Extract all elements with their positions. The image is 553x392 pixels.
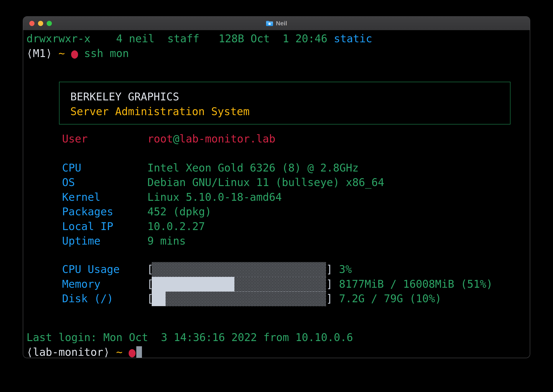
- bar-label: Disk (/): [62, 291, 113, 306]
- traffic-lights: [29, 17, 52, 30]
- prompt-status-dot: ●: [71, 44, 78, 63]
- info-value: Linux 5.10.0-18-amd64: [147, 190, 282, 205]
- info-label: OS: [62, 175, 75, 190]
- close-button[interactable]: [29, 21, 35, 26]
- prompt-status-dot: ●: [129, 343, 136, 358]
- prompt-tilde: ~: [59, 46, 65, 61]
- prompt-tilde: ~: [116, 345, 123, 358]
- banner-title: BERKELEY GRAPHICS: [70, 90, 510, 104]
- ls-directory-name: static: [334, 31, 372, 46]
- info-label: Local IP: [62, 219, 113, 234]
- bar-value: 8177MiB / 16008MiB (51%): [339, 277, 493, 292]
- bar-row-disk: Disk (/) [ ] 7.2G / 79G (10%): [23, 291, 530, 306]
- info-label: Kernel: [62, 190, 101, 205]
- banner-box: BERKELEY GRAPHICS Server Administration …: [59, 82, 510, 125]
- prompt-line-m1: ⟨M1⟩ ~ ● ssh mon: [27, 46, 129, 61]
- terminal-window: Neil drwxrwxr-x 4 neil staff 128B Oct 1 …: [23, 16, 530, 358]
- terminal-body[interactable]: drwxrwxr-x 4 neil staff 128B Oct 1 20:46…: [23, 30, 530, 358]
- bar-bracket-close: ]: [326, 262, 333, 277]
- user-row: User root@lab-monitor.lab: [23, 132, 530, 146]
- bar-bracket-close: ]: [326, 291, 333, 306]
- info-value: 9 mins: [147, 234, 186, 248]
- user-value: root@lab-monitor.lab: [147, 132, 275, 146]
- prompt-host: ⟨lab-monitor⟩: [27, 345, 110, 358]
- bar-value: 7.2G / 79G (10%): [339, 291, 441, 306]
- info-row-local-ip: Local IP 10.0.2.27: [23, 219, 530, 234]
- info-label: Uptime: [62, 234, 101, 248]
- window-titlebar[interactable]: Neil: [23, 17, 530, 30]
- prompt-line-lab-monitor: ⟨lab-monitor⟩ ~ ●: [27, 345, 142, 358]
- info-label: Packages: [62, 204, 113, 219]
- cpu-usage-bar: [152, 262, 326, 277]
- disk-bar: [152, 291, 326, 306]
- info-row-os: OS Debian GNU/Linux 11 (bullseye) x86_64: [23, 175, 530, 190]
- zoom-button[interactable]: [47, 21, 52, 26]
- info-row-uptime: Uptime 9 mins: [23, 234, 530, 248]
- bar-label: CPU Usage: [62, 262, 120, 277]
- bar-row-memory: Memory [ ] 8177MiB / 16008MiB (51%): [23, 277, 530, 292]
- info-value: 452 (dpkg): [147, 204, 211, 219]
- ls-output-line: drwxrwxr-x 4 neil staff 128B Oct 1 20:46…: [27, 31, 372, 46]
- bar-row-cpu-usage: CPU Usage [ ] 3%: [23, 262, 530, 277]
- info-value: Intel Xeon Gold 6326 (8) @ 2.8GHz: [147, 161, 359, 175]
- info-row-kernel: Kernel Linux 5.10.0-18-amd64: [23, 190, 530, 205]
- prompt-command: ssh mon: [84, 46, 129, 61]
- user-label: User: [62, 132, 88, 146]
- info-row-packages: Packages 452 (dpkg): [23, 204, 530, 219]
- info-value: Debian GNU/Linux 11 (bullseye) x86_64: [147, 175, 384, 190]
- home-folder-icon: [266, 20, 273, 27]
- memory-bar: [152, 277, 326, 292]
- info-row-cpu: CPU Intel Xeon Gold 6326 (8) @ 2.8GHz: [23, 161, 530, 175]
- at-sign: @: [173, 133, 180, 145]
- info-value: 10.0.2.27: [147, 219, 205, 234]
- last-login-line: Last login: Mon Oct 3 14:36:16 2022 from…: [27, 330, 353, 345]
- info-label: CPU: [62, 161, 81, 175]
- minimize-button[interactable]: [38, 21, 43, 26]
- banner-subtitle: Server Administration System: [70, 104, 510, 119]
- disk-bar-fill: [152, 291, 165, 306]
- memory-bar-fill: [152, 277, 234, 292]
- prompt-host: ⟨M1⟩: [27, 46, 52, 61]
- text-cursor[interactable]: [136, 346, 142, 358]
- bar-label: Memory: [62, 277, 101, 292]
- bar-value: 3%: [339, 262, 352, 277]
- bar-bracket-close: ]: [326, 277, 333, 292]
- window-title: Neil: [276, 20, 287, 27]
